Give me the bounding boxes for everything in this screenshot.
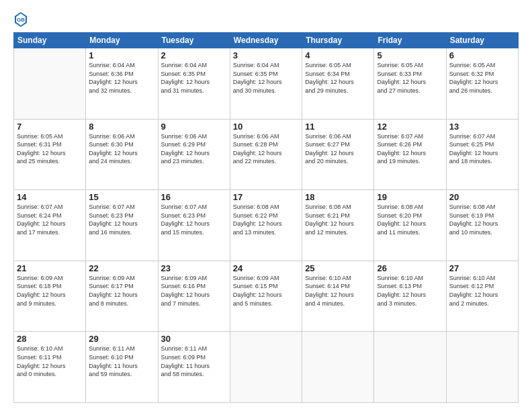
- calendar-cell: 8Sunrise: 6:06 AM Sunset: 6:30 PM Daylig…: [86, 119, 158, 190]
- calendar-cell: 29Sunrise: 6:11 AM Sunset: 6:10 PM Dayli…: [86, 332, 158, 403]
- calendar-cell: 19Sunrise: 6:08 AM Sunset: 6:20 PM Dayli…: [374, 190, 446, 261]
- calendar-cell: 2Sunrise: 6:04 AM Sunset: 6:35 PM Daylig…: [158, 48, 230, 120]
- day-info: Sunrise: 6:07 AM Sunset: 6:24 PM Dayligh…: [17, 203, 83, 236]
- calendar-cell: 9Sunrise: 6:06 AM Sunset: 6:29 PM Daylig…: [158, 119, 230, 190]
- weekday-header-friday: Friday: [374, 33, 446, 48]
- day-info: Sunrise: 6:04 AM Sunset: 6:35 PM Dayligh…: [233, 61, 299, 95]
- day-number: 16: [161, 192, 227, 202]
- calendar-cell: 25Sunrise: 6:10 AM Sunset: 6:14 PM Dayli…: [302, 261, 374, 332]
- calendar-week-1: 7Sunrise: 6:05 AM Sunset: 6:31 PM Daylig…: [14, 119, 519, 190]
- calendar-cell: 28Sunrise: 6:10 AM Sunset: 6:11 PM Dayli…: [14, 332, 86, 403]
- day-info: Sunrise: 6:07 AM Sunset: 6:25 PM Dayligh…: [449, 132, 515, 166]
- calendar-week-4: 28Sunrise: 6:10 AM Sunset: 6:11 PM Dayli…: [14, 332, 519, 403]
- calendar-cell: 26Sunrise: 6:10 AM Sunset: 6:13 PM Dayli…: [374, 261, 446, 332]
- calendar-cell: 24Sunrise: 6:09 AM Sunset: 6:15 PM Dayli…: [230, 261, 302, 332]
- day-info: Sunrise: 6:06 AM Sunset: 6:30 PM Dayligh…: [89, 132, 154, 166]
- day-number: 25: [305, 263, 371, 273]
- day-info: Sunrise: 6:07 AM Sunset: 6:26 PM Dayligh…: [377, 132, 443, 166]
- calendar-cell: 14Sunrise: 6:07 AM Sunset: 6:24 PM Dayli…: [14, 190, 86, 261]
- day-number: 4: [305, 50, 371, 60]
- day-info: Sunrise: 6:09 AM Sunset: 6:16 PM Dayligh…: [161, 274, 227, 308]
- day-info: Sunrise: 6:10 AM Sunset: 6:14 PM Dayligh…: [305, 274, 371, 308]
- page: GB SundayMondayTuesdayWednesdayThursdayF…: [0, 0, 532, 411]
- weekday-header-tuesday: Tuesday: [158, 33, 230, 48]
- day-number: 28: [17, 334, 83, 344]
- calendar-cell: 21Sunrise: 6:09 AM Sunset: 6:18 PM Dayli…: [14, 261, 86, 332]
- day-info: Sunrise: 6:11 AM Sunset: 6:09 PM Dayligh…: [161, 345, 227, 378]
- day-number: 11: [305, 122, 371, 132]
- calendar-cell: 18Sunrise: 6:08 AM Sunset: 6:21 PM Dayli…: [302, 190, 374, 261]
- calendar-cell: [302, 332, 374, 403]
- day-info: Sunrise: 6:08 AM Sunset: 6:21 PM Dayligh…: [305, 203, 371, 236]
- day-info: Sunrise: 6:05 AM Sunset: 6:31 PM Dayligh…: [17, 132, 83, 166]
- day-info: Sunrise: 6:05 AM Sunset: 6:34 PM Dayligh…: [305, 61, 371, 95]
- day-info: Sunrise: 6:08 AM Sunset: 6:19 PM Dayligh…: [449, 203, 515, 236]
- day-number: 26: [377, 263, 443, 273]
- calendar-cell: [230, 332, 302, 403]
- calendar-week-3: 21Sunrise: 6:09 AM Sunset: 6:18 PM Dayli…: [14, 261, 519, 332]
- calendar-cell: 10Sunrise: 6:06 AM Sunset: 6:28 PM Dayli…: [230, 119, 302, 190]
- day-info: Sunrise: 6:04 AM Sunset: 6:36 PM Dayligh…: [89, 61, 154, 95]
- day-number: 7: [17, 122, 83, 132]
- calendar-cell: [374, 332, 446, 403]
- day-number: 8: [89, 122, 154, 132]
- day-number: 3: [233, 50, 299, 60]
- day-number: 9: [161, 122, 227, 132]
- day-info: Sunrise: 6:06 AM Sunset: 6:27 PM Dayligh…: [305, 132, 371, 166]
- day-info: Sunrise: 6:06 AM Sunset: 6:28 PM Dayligh…: [233, 132, 299, 166]
- day-info: Sunrise: 6:09 AM Sunset: 6:18 PM Dayligh…: [17, 274, 83, 308]
- calendar-cell: 6Sunrise: 6:05 AM Sunset: 6:32 PM Daylig…: [446, 48, 518, 120]
- day-number: 1: [89, 50, 154, 60]
- weekday-header-monday: Monday: [86, 33, 158, 48]
- day-number: 13: [449, 122, 515, 132]
- svg-text:GB: GB: [17, 17, 25, 23]
- calendar-cell: 5Sunrise: 6:05 AM Sunset: 6:33 PM Daylig…: [374, 48, 446, 120]
- weekday-header-row: SundayMondayTuesdayWednesdayThursdayFrid…: [14, 33, 519, 48]
- calendar-cell: 4Sunrise: 6:05 AM Sunset: 6:34 PM Daylig…: [302, 48, 374, 120]
- day-number: 30: [161, 334, 227, 344]
- day-info: Sunrise: 6:10 AM Sunset: 6:12 PM Dayligh…: [449, 274, 515, 308]
- day-number: 24: [233, 263, 299, 273]
- day-info: Sunrise: 6:10 AM Sunset: 6:11 PM Dayligh…: [17, 345, 83, 378]
- calendar-cell: 1Sunrise: 6:04 AM Sunset: 6:36 PM Daylig…: [86, 48, 158, 120]
- calendar-cell: 16Sunrise: 6:07 AM Sunset: 6:23 PM Dayli…: [158, 190, 230, 261]
- day-info: Sunrise: 6:05 AM Sunset: 6:33 PM Dayligh…: [377, 61, 443, 95]
- day-number: 6: [449, 50, 515, 60]
- logo: GB: [13, 12, 30, 27]
- day-info: Sunrise: 6:09 AM Sunset: 6:15 PM Dayligh…: [233, 274, 299, 308]
- day-info: Sunrise: 6:05 AM Sunset: 6:32 PM Dayligh…: [449, 61, 515, 95]
- day-info: Sunrise: 6:10 AM Sunset: 6:13 PM Dayligh…: [377, 274, 443, 308]
- calendar-cell: [14, 48, 86, 120]
- day-number: 21: [17, 263, 83, 273]
- calendar-cell: 23Sunrise: 6:09 AM Sunset: 6:16 PM Dayli…: [158, 261, 230, 332]
- day-number: 12: [377, 122, 443, 132]
- day-info: Sunrise: 6:07 AM Sunset: 6:23 PM Dayligh…: [89, 203, 154, 236]
- day-number: 14: [17, 192, 83, 202]
- day-number: 18: [305, 192, 371, 202]
- calendar-cell: 20Sunrise: 6:08 AM Sunset: 6:19 PM Dayli…: [446, 190, 518, 261]
- weekday-header-sunday: Sunday: [14, 33, 86, 48]
- day-info: Sunrise: 6:09 AM Sunset: 6:17 PM Dayligh…: [89, 274, 154, 308]
- calendar-cell: 13Sunrise: 6:07 AM Sunset: 6:25 PM Dayli…: [446, 119, 518, 190]
- day-info: Sunrise: 6:08 AM Sunset: 6:20 PM Dayligh…: [377, 203, 443, 236]
- day-number: 23: [161, 263, 227, 273]
- calendar-table: SundayMondayTuesdayWednesdayThursdayFrid…: [13, 32, 519, 403]
- calendar-cell: 22Sunrise: 6:09 AM Sunset: 6:17 PM Dayli…: [86, 261, 158, 332]
- calendar-cell: 17Sunrise: 6:08 AM Sunset: 6:22 PM Dayli…: [230, 190, 302, 261]
- day-info: Sunrise: 6:04 AM Sunset: 6:35 PM Dayligh…: [161, 61, 227, 95]
- calendar-cell: 11Sunrise: 6:06 AM Sunset: 6:27 PM Dayli…: [302, 119, 374, 190]
- logo-icon: GB: [15, 12, 27, 27]
- day-info: Sunrise: 6:06 AM Sunset: 6:29 PM Dayligh…: [161, 132, 227, 166]
- calendar-cell: 30Sunrise: 6:11 AM Sunset: 6:09 PM Dayli…: [158, 332, 230, 403]
- calendar-week-0: 1Sunrise: 6:04 AM Sunset: 6:36 PM Daylig…: [14, 48, 519, 120]
- weekday-header-wednesday: Wednesday: [230, 33, 302, 48]
- calendar-cell: 15Sunrise: 6:07 AM Sunset: 6:23 PM Dayli…: [86, 190, 158, 261]
- day-number: 2: [161, 50, 227, 60]
- calendar-cell: [446, 332, 518, 403]
- calendar-week-2: 14Sunrise: 6:07 AM Sunset: 6:24 PM Dayli…: [14, 190, 519, 261]
- day-info: Sunrise: 6:07 AM Sunset: 6:23 PM Dayligh…: [161, 203, 227, 236]
- calendar-cell: 12Sunrise: 6:07 AM Sunset: 6:26 PM Dayli…: [374, 119, 446, 190]
- calendar-cell: 7Sunrise: 6:05 AM Sunset: 6:31 PM Daylig…: [14, 119, 86, 190]
- header: GB: [13, 12, 519, 27]
- day-number: 15: [89, 192, 154, 202]
